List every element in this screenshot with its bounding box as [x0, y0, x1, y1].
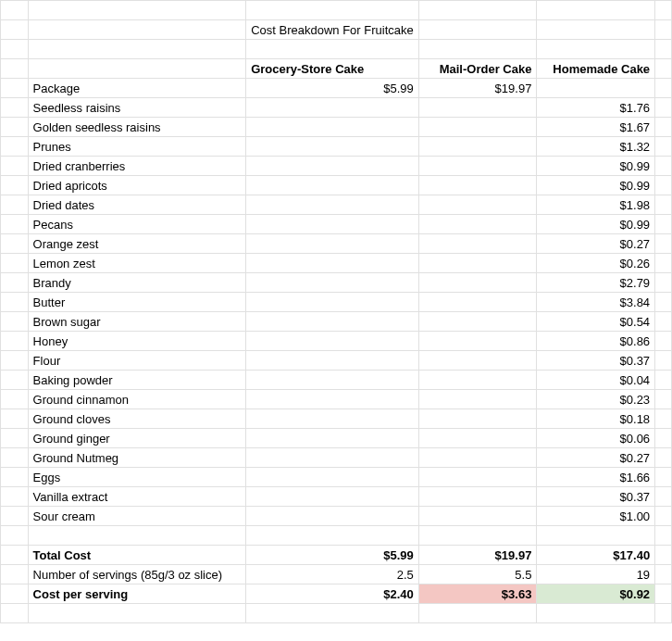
cell-mailorder[interactable] — [418, 215, 537, 234]
cell[interactable] — [655, 40, 672, 59]
cell-mailorder[interactable] — [418, 157, 537, 176]
cell-homemade[interactable] — [537, 79, 655, 98]
cell-mailorder[interactable] — [418, 254, 537, 273]
cell-homemade[interactable]: $1.98 — [537, 195, 655, 215]
cell[interactable] — [1, 1, 29, 20]
cell[interactable] — [1, 157, 29, 176]
cell[interactable] — [1, 20, 29, 40]
cell[interactable] — [1, 546, 29, 565]
cell-grocery[interactable] — [246, 293, 419, 312]
total-homemade[interactable]: $17.40 — [537, 546, 655, 565]
cell[interactable] — [655, 157, 672, 176]
cell[interactable] — [28, 526, 246, 546]
cell[interactable] — [1, 40, 29, 59]
cell-homemade[interactable]: $0.99 — [537, 215, 655, 234]
cell[interactable] — [537, 20, 655, 40]
cell-homemade[interactable]: $0.37 — [537, 487, 655, 507]
cell-homemade[interactable]: $0.54 — [537, 312, 655, 332]
cell-homemade[interactable]: $0.04 — [537, 371, 655, 390]
cell[interactable] — [537, 1, 655, 20]
row-label[interactable]: Dried apricots — [28, 176, 246, 195]
cell-mailorder[interactable] — [418, 390, 537, 409]
cell[interactable] — [1, 468, 29, 487]
cell[interactable] — [418, 526, 537, 546]
cell-grocery[interactable] — [246, 254, 419, 273]
row-label[interactable]: Package — [28, 79, 246, 98]
cell-mailorder[interactable] — [418, 98, 537, 118]
cell[interactable] — [1, 118, 29, 137]
cell-mailorder[interactable]: $19.97 — [418, 79, 537, 98]
cell[interactable] — [1, 409, 29, 429]
cell[interactable] — [655, 584, 672, 604]
cell[interactable] — [655, 215, 672, 234]
cell[interactable] — [655, 137, 672, 157]
cell[interactable] — [1, 565, 29, 584]
cell[interactable] — [655, 546, 672, 565]
cell-homemade[interactable]: $1.67 — [537, 118, 655, 137]
cell[interactable] — [28, 40, 246, 59]
cell[interactable] — [655, 20, 672, 40]
cell[interactable] — [1, 371, 29, 390]
cell-mailorder[interactable] — [418, 332, 537, 351]
cell[interactable] — [655, 1, 672, 20]
cell[interactable] — [655, 98, 672, 118]
cell-homemade[interactable]: $0.99 — [537, 157, 655, 176]
cell[interactable] — [1, 98, 29, 118]
row-label[interactable]: Baking powder — [28, 371, 246, 390]
cell[interactable] — [1, 584, 29, 604]
cell[interactable] — [1, 526, 29, 546]
cell[interactable] — [655, 79, 672, 98]
row-label[interactable]: Golden seedless raisins — [28, 118, 246, 137]
cell[interactable] — [1, 448, 29, 468]
cell[interactable] — [655, 448, 672, 468]
cell[interactable] — [418, 20, 537, 40]
cell[interactable] — [655, 390, 672, 409]
cell-mailorder[interactable] — [418, 468, 537, 487]
cell[interactable] — [28, 59, 246, 79]
cell-grocery[interactable] — [246, 176, 419, 195]
cell[interactable] — [655, 487, 672, 507]
cell[interactable] — [246, 604, 419, 623]
cps-mailorder[interactable]: $3.63 — [418, 584, 537, 604]
cell-grocery[interactable]: $5.99 — [246, 79, 419, 98]
cell-grocery[interactable] — [246, 487, 419, 507]
servings-mailorder[interactable]: 5.5 — [418, 565, 537, 584]
cell[interactable] — [1, 215, 29, 234]
row-label[interactable]: Flour — [28, 351, 246, 371]
cell[interactable] — [655, 351, 672, 371]
cell[interactable] — [1, 195, 29, 215]
cell-grocery[interactable] — [246, 332, 419, 351]
cell-mailorder[interactable] — [418, 507, 537, 526]
cell[interactable] — [246, 40, 419, 59]
cell-mailorder[interactable] — [418, 448, 537, 468]
servings-grocery[interactable]: 2.5 — [246, 565, 419, 584]
cell[interactable] — [655, 59, 672, 79]
cell[interactable] — [655, 312, 672, 332]
header-grocery[interactable]: Grocery-Store Cake — [246, 59, 419, 79]
cell-grocery[interactable] — [246, 215, 419, 234]
cell[interactable] — [246, 526, 419, 546]
cell-mailorder[interactable] — [418, 487, 537, 507]
cell-grocery[interactable] — [246, 157, 419, 176]
row-label[interactable]: Sour cream — [28, 507, 246, 526]
cell[interactable] — [1, 79, 29, 98]
cell[interactable] — [1, 390, 29, 409]
cell-homemade[interactable]: $3.84 — [537, 293, 655, 312]
cell[interactable] — [1, 176, 29, 195]
cell-homemade[interactable]: $0.99 — [537, 176, 655, 195]
cell-homemade[interactable]: $0.27 — [537, 448, 655, 468]
cell[interactable] — [655, 429, 672, 448]
cps-homemade[interactable]: $0.92 — [537, 584, 655, 604]
cell-grocery[interactable] — [246, 273, 419, 293]
cell[interactable] — [1, 293, 29, 312]
cell[interactable] — [1, 234, 29, 254]
cell-grocery[interactable] — [246, 390, 419, 409]
cell[interactable] — [655, 195, 672, 215]
cell-mailorder[interactable] — [418, 429, 537, 448]
cell[interactable] — [1, 332, 29, 351]
cell[interactable] — [655, 293, 672, 312]
cell-mailorder[interactable] — [418, 234, 537, 254]
cell-grocery[interactable] — [246, 371, 419, 390]
row-label[interactable]: Prunes — [28, 137, 246, 157]
cell[interactable] — [28, 1, 246, 20]
